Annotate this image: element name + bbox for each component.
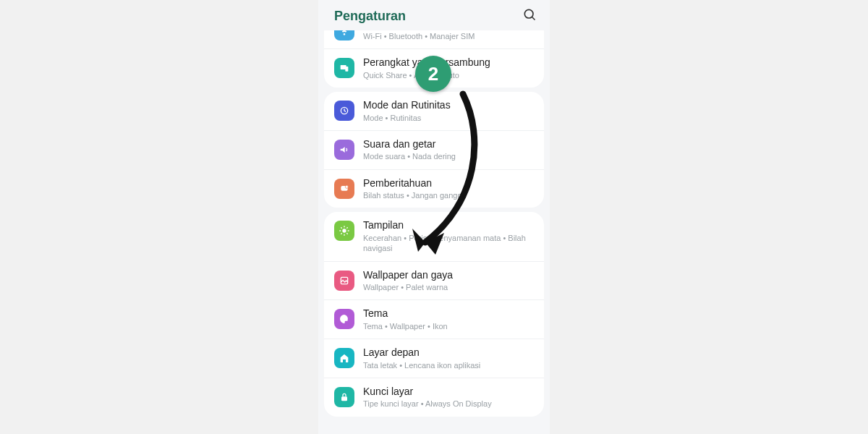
row-subtitle: Tipe kunci layar • Always On Display — [363, 399, 534, 409]
row-subtitle: Mode suara • Nada dering — [363, 151, 534, 161]
svg-rect-18 — [341, 396, 347, 401]
notification-icon — [334, 179, 354, 199]
settings-row-sound-vibration[interactable]: Suara dan getar Mode suara • Nada dering — [324, 130, 544, 169]
svg-line-14 — [346, 234, 347, 234]
wifi-icon — [334, 30, 354, 41]
settings-row-connections[interactable]: Wi-Fi • Bluetooth • Manajer SIM — [324, 30, 544, 48]
settings-row-display[interactable]: Tampilan Kecerahan • Perisai kenyamanan … — [324, 212, 544, 260]
routine-icon — [334, 101, 354, 121]
settings-row-wallpaper-style[interactable]: Wallpaper dan gaya Wallpaper • Palet war… — [324, 261, 544, 300]
row-subtitle: Mode • Rutinitas — [363, 113, 534, 123]
row-title: Tampilan — [363, 219, 534, 232]
row-title: Kunci layar — [363, 386, 534, 399]
page-title: Pengaturan — [334, 9, 406, 24]
row-title: Pemberitahuan — [363, 177, 534, 190]
svg-line-2 — [532, 17, 535, 20]
row-title: Mode dan Rutinitas — [363, 99, 534, 112]
header-bar: Pengaturan — [318, 0, 550, 30]
svg-point-8 — [342, 229, 346, 233]
row-subtitle: Wallpaper • Palet warna — [363, 282, 534, 292]
svg-line-15 — [341, 234, 341, 234]
row-subtitle: Quick Share • Android Auto — [363, 70, 534, 80]
lock-icon — [334, 387, 354, 407]
svg-point-1 — [524, 9, 533, 18]
row-title: Wallpaper dan gaya — [363, 269, 534, 282]
svg-line-16 — [346, 228, 347, 229]
devices-icon — [334, 58, 354, 78]
settings-row-lock-screen[interactable]: Kunci layar Tipe kunci layar • Always On… — [324, 378, 544, 417]
row-subtitle: Bilah status • Jangan ganggu — [363, 190, 534, 200]
settings-row-themes[interactable]: Tema Tema • Wallpaper • Ikon — [324, 299, 544, 339]
row-title: Suara dan getar — [363, 138, 534, 151]
home-icon — [334, 348, 354, 368]
row-subtitle: Kecerahan • Perisai kenyamanan mata • Bi… — [363, 233, 534, 254]
display-icon — [334, 221, 354, 241]
row-subtitle: Tema • Wallpaper • Ikon — [363, 321, 534, 331]
svg-rect-4 — [345, 67, 348, 72]
row-title: Tema — [363, 307, 534, 320]
row-title: Perangkat yang tersambung — [363, 56, 534, 69]
settings-row-home-screen[interactable]: Layar depan Tata letak • Lencana ikon ap… — [324, 339, 544, 378]
row-subtitle: Tata letak • Lencana ikon aplikasi — [363, 360, 534, 370]
settings-group-display: Tampilan Kecerahan • Perisai kenyamanan … — [324, 212, 544, 416]
settings-group-connections: Wi-Fi • Bluetooth • Manajer SIM Perangka… — [324, 30, 544, 88]
sound-icon — [334, 140, 354, 160]
row-title: Layar depan — [363, 346, 534, 359]
svg-point-7 — [345, 185, 348, 188]
settings-row-notifications[interactable]: Pemberitahuan Bilah status • Jangan gang… — [324, 169, 544, 208]
wallpaper-icon — [334, 271, 354, 291]
row-subtitle: Wi-Fi • Bluetooth • Manajer SIM — [363, 31, 534, 41]
settings-screen: Pengaturan Wi-Fi • Bluetooth • Manajer S… — [318, 0, 550, 434]
theme-icon — [334, 309, 354, 329]
settings-row-connected-devices[interactable]: Perangkat yang tersambung Quick Share • … — [324, 48, 544, 88]
search-icon[interactable] — [522, 7, 537, 25]
svg-line-13 — [341, 228, 341, 229]
settings-group-modes: Mode dan Rutinitas Mode • Rutinitas Suar… — [324, 92, 544, 208]
settings-row-modes-routines[interactable]: Mode dan Rutinitas Mode • Rutinitas — [324, 92, 544, 130]
